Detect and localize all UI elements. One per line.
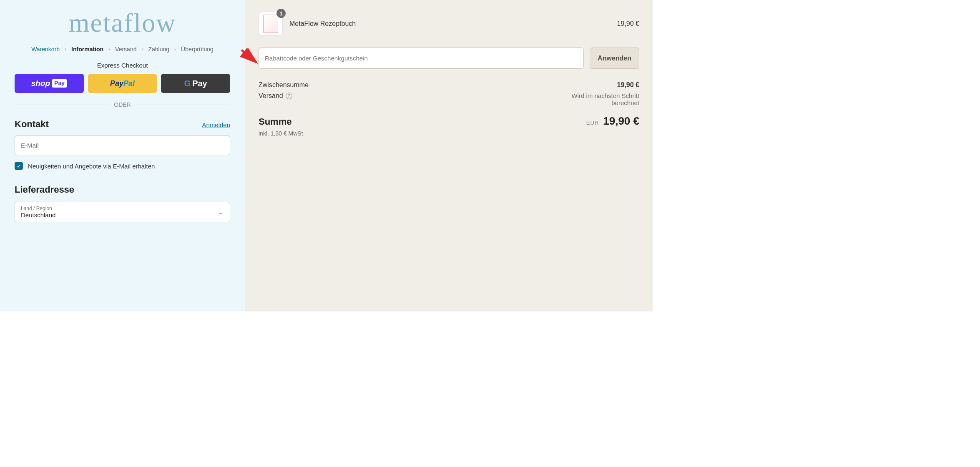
google-g-icon: G [184, 79, 191, 88]
logo-wrap: metaflow [15, 8, 230, 38]
express-checkout-buttons: shop Pay PayPal G Pay [15, 74, 230, 93]
country-select-value: Deutschland [21, 211, 224, 218]
paypal-button[interactable]: PayPal [88, 74, 157, 93]
divider-or: ODER [15, 101, 230, 108]
country-select-label: Land / Region [21, 206, 224, 211]
shipping-note: Wird im nächsten Schritt berechnet [548, 92, 639, 106]
shipping-label: Versand [259, 92, 283, 100]
shoppay-pay-label: Pay [52, 79, 67, 88]
chevron-right-icon: › [65, 46, 66, 52]
gpay-button[interactable]: G Pay [161, 74, 230, 93]
breadcrumb-cart[interactable]: Warenkorb [31, 46, 60, 53]
chevron-right-icon: › [174, 46, 176, 52]
breadcrumb: Warenkorb › Information › Versand › Zahl… [15, 46, 230, 53]
cart-item-thumbnail: 1 [259, 12, 283, 36]
cart-item-name: MetaFlow Rezeptbuch [289, 20, 611, 28]
subtotal-row: Zwischensumme 19,90 € [259, 81, 639, 89]
breadcrumb-review: Überprüfung [181, 46, 214, 53]
email-field[interactable] [15, 136, 230, 155]
contact-heading: Kontakt [15, 119, 49, 130]
shipping-row: Versand ? Wird im nächsten Schritt berec… [259, 92, 639, 106]
currency-code: EUR [586, 120, 599, 126]
express-checkout-title: Express Checkout [15, 62, 230, 69]
discount-row: Anwenden [259, 48, 639, 69]
cart-item: 1 MetaFlow Rezeptbuch 19,90 € [259, 12, 639, 36]
brand-logo: metaflow [15, 8, 230, 38]
chevron-right-icon: › [108, 46, 110, 52]
subtotal-label: Zwischensumme [259, 81, 309, 89]
subtotal-value: 19,90 € [617, 81, 639, 89]
discount-code-input[interactable] [259, 48, 584, 69]
chevron-right-icon: › [141, 46, 143, 52]
paypal-pal-label: Pal [123, 79, 135, 88]
paypal-pay-label: Pay [110, 79, 123, 88]
shoppay-shop-label: shop [31, 79, 50, 88]
country-select[interactable]: Land / Region Deutschland ⌄ [15, 202, 230, 222]
newsletter-checkbox-row[interactable]: ✓ Neuigkeiten und Angebote via E-Mail er… [15, 162, 230, 170]
order-summary-panel: 1 MetaFlow Rezeptbuch 19,90 € Anwenden Z… [245, 0, 653, 311]
cart-item-price: 19,90 € [617, 20, 639, 28]
total-value: 19,90 € [603, 115, 639, 128]
apply-discount-button[interactable]: Anwenden [590, 48, 639, 69]
newsletter-label: Neuigkeiten und Angebote via E-Mail erha… [28, 163, 155, 170]
login-link[interactable]: Anmelden [202, 121, 230, 128]
total-label: Summe [259, 116, 291, 127]
divider-label: ODER [114, 101, 131, 108]
checkout-left-panel: metaflow Warenkorb › Information › Versa… [0, 0, 245, 311]
breadcrumb-shipping: Versand [115, 46, 136, 53]
info-icon[interactable]: ? [286, 93, 292, 99]
newsletter-checkbox[interactable]: ✓ [15, 162, 23, 170]
quantity-badge: 1 [276, 9, 286, 18]
gpay-pay-label: Pay [192, 79, 207, 88]
tax-note: inkl. 1,30 € MwSt [259, 130, 639, 137]
address-heading: Lieferadresse [15, 184, 230, 195]
breadcrumb-payment: Zahlung [148, 46, 169, 53]
breadcrumb-information: Information [71, 46, 103, 53]
shoppay-button[interactable]: shop Pay [15, 74, 84, 93]
total-row: Summe EUR 19,90 € [259, 115, 639, 128]
chevron-down-icon: ⌄ [218, 209, 223, 216]
product-image-placeholder [263, 15, 278, 33]
contact-section-head: Kontakt Anmelden [15, 119, 230, 130]
